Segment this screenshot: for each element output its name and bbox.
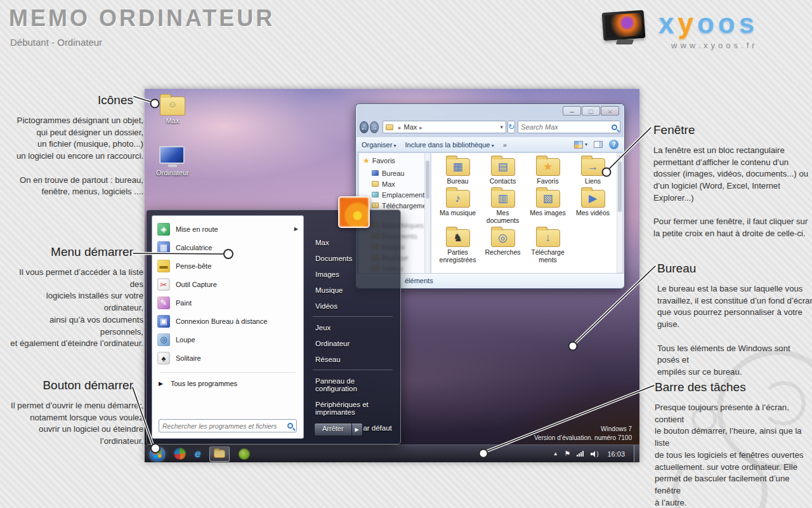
places-item-ordinateur[interactable]: Ordinateur [309,335,396,351]
folder-item[interactable]: ↓Télécharge ments [525,228,570,264]
places-item-peripheriques[interactable]: Périphériques et imprimantes [309,396,396,420]
sidebar-item-label: Max [382,180,395,188]
more-commands-chevron[interactable]: » [503,141,507,149]
forward-button[interactable]: → [370,121,379,133]
sidebar-item-bureau[interactable]: Bureau [359,168,430,178]
address-bar[interactable]: Max ▾ [383,121,506,133]
folder-item[interactable]: ▶Mes vidéos [570,189,615,224]
folder-content-area: ▦Bureau ▤Contacts ★Favoris →Liens ♪Ma mu… [431,153,617,273]
command-toolbar: Organiser Inclure dans la bibliothèque »… [357,137,624,152]
menu-item-loupe[interactable]: ◎Loupe [152,330,303,349]
desktop-icon-label: Max [152,117,193,124]
explorer-search-box[interactable] [518,121,620,133]
menu-item-connexion-bureau[interactable]: ▣Connexion Bureau à distance [152,312,303,330]
maximize-button[interactable]: □ [582,106,600,116]
folder-item[interactable]: ◎Recherches [480,228,525,264]
organiser-menu[interactable]: Organiser [362,141,396,149]
folder-icon: ▥ [491,190,515,208]
menu-item-mise-en-route[interactable]: ◈Mise en route▶ [152,220,303,238]
menu-item-calculatrice[interactable]: ▦Calculatrice [152,238,303,257]
favorites-group[interactable]: ★ Favoris [359,153,430,168]
start-menu-programs-panel: ◈Mise en route▶ ▦Calculatrice ▬Pense-bêt… [152,215,304,439]
folder-icon [386,124,393,130]
refresh-button[interactable]: ↻ [508,121,515,133]
taskbar-clock[interactable]: 16:03 [607,450,625,458]
user-picture-tile[interactable] [338,196,370,228]
folder-item[interactable]: ▤Contacts [480,157,525,185]
folder-icon [214,450,225,458]
calculator-icon: ▦ [157,241,170,254]
snipping-tool-icon: ✂ [157,278,170,291]
taskbar: e ▲ ⚑ ) 16:03 [145,444,639,462]
places-item-documents[interactable]: Documents [309,250,396,266]
content-scrollbar[interactable] [617,153,623,273]
menu-item-outil-capture[interactable]: ✂Outil Capture [152,275,303,293]
menu-item-label: Paint [176,299,192,307]
start-menu-search-input[interactable] [162,422,287,430]
sticky-notes-icon: ▬ [157,260,170,272]
show-desktop-button[interactable] [634,445,639,463]
folder-item[interactable]: →Liens [570,157,615,185]
folder-label: Mes documents [480,209,525,224]
internet-explorer-taskbar-icon[interactable]: e [195,448,200,460]
change-view-icon[interactable] [574,141,583,149]
folder-label: Bureau [435,177,480,185]
computer-icon [159,146,186,168]
minimize-button[interactable]: – [563,106,581,116]
all-programs-button[interactable]: ▶ Tous les programmes [152,375,303,392]
sidebar-item-max[interactable]: Max [359,178,430,189]
explorer-search-input[interactable] [521,123,612,131]
divider [313,316,393,317]
preview-pane-icon[interactable] [594,141,603,148]
annotation-fenetre-title: Fenêtre [653,122,811,139]
view-dropdown-icon[interactable]: ▾ [585,142,587,147]
folder-item[interactable]: ★Favoris [525,157,570,185]
places-item-images[interactable]: Images [309,266,396,282]
brand-x: x [658,8,678,39]
places-item-panneau-configuration[interactable]: Panneau de configuration [309,373,396,396]
sidebar-scrollbar[interactable] [424,153,430,273]
include-library-menu[interactable]: Inclure dans la bibliothèque [405,141,494,149]
start-menu-search-box[interactable] [159,419,297,432]
close-button[interactable]: × [601,106,619,116]
places-item-max[interactable]: Max [309,234,396,250]
media-center-taskbar-icon[interactable] [174,448,186,460]
places-item-jeux[interactable]: Jeux [309,319,396,335]
start-button[interactable] [150,446,165,462]
recent-places-icon [372,192,379,197]
places-item-videos[interactable]: Vidéos [309,298,396,314]
downloads-icon [372,203,379,208]
shutdown-options-arrow[interactable]: ▶ [352,423,363,436]
breadcrumb-arrow [417,123,425,131]
folder-item[interactable]: ▧Mes images [525,189,570,224]
monitor-stand-icon [616,39,634,44]
media-player-taskbar-icon[interactable] [239,448,250,460]
tray-expand-icon[interactable]: ▲ [553,451,558,457]
menu-item-paint[interactable]: ✎Paint [152,293,303,312]
desktop-icon-ordinateur[interactable]: Ordinateur [152,144,193,177]
folder-item[interactable]: ♪Ma musique [435,189,480,224]
breadcrumb[interactable]: Max [396,123,417,131]
network-signal-icon[interactable] [577,451,584,457]
menu-item-solitaire[interactable]: ♠Solitaire [152,349,303,367]
action-center-flag-icon[interactable]: ⚑ [565,450,571,458]
shutdown-button[interactable]: Arrêter [314,423,352,436]
folder-item[interactable]: ▦Bureau [435,157,480,185]
folder-item[interactable]: ▥Mes documents [480,189,525,224]
folder-item[interactable]: ♞Parties enregistrées [435,228,480,264]
annotation-menu-demarrer-title: Menu démarrer [5,244,133,261]
brand-url: www.xyoos.fr [671,41,758,50]
annotation-barre-taches-title: Barre des tâches [655,379,812,396]
start-menu-places-panel: Max Documents Images Musique Vidéos Jeux… [309,234,396,439]
places-item-musique[interactable]: Musique [309,282,396,298]
places-item-reseau[interactable]: Réseau [309,351,396,367]
explorer-taskbar-button[interactable] [209,446,230,462]
getting-started-icon: ◈ [157,223,170,236]
address-dropdown-icon[interactable]: ▾ [500,124,503,130]
help-icon[interactable]: ? [609,140,619,149]
menu-item-pense-bete[interactable]: ▬Pense-bête [152,257,303,275]
volume-icon[interactable]: ) [591,450,599,458]
back-button[interactable]: ← [360,121,369,133]
desktop-icon-max[interactable]: ☺ Max [152,93,193,124]
items-count-label: éléments [405,277,433,284]
